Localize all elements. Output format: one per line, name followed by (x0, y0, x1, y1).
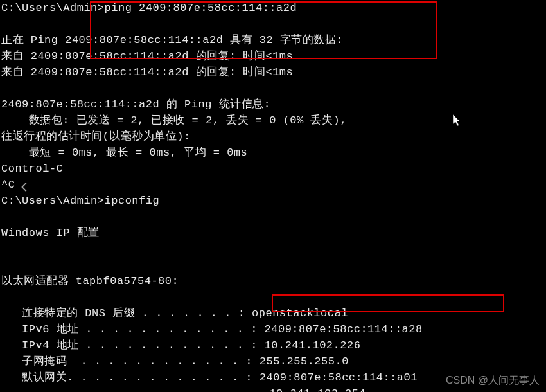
terminal-line-output: IPv6 地址 . . . . . . . . . . . . : 2409:8… (1, 321, 545, 337)
prompt-text: C:\Users\Admin> (1, 195, 105, 207)
terminal-line-output: 正在 Ping 2409:807e:58cc:114::a2d 具有 32 字节… (1, 32, 545, 48)
terminal-line-output: 子网掩码 . . . . . . . . . . . . : 255.255.2… (1, 353, 545, 370)
terminal-line-output: 以太网适配器 tapbf0a5754-80: (1, 273, 545, 289)
terminal-line-output: 最短 = 0ms, 最长 = 0ms, 平均 = 0ms (1, 145, 545, 161)
terminal-line-output (1, 241, 545, 257)
terminal-line-output: 来自 2409:807e:58cc:114::a2d 的回复: 时间<1ms (1, 48, 545, 64)
terminal-line-output: ^C (1, 177, 545, 193)
prompt-text: C:\Users\Admin> (1, 2, 105, 14)
terminal-line-output: 来自 2409:807e:58cc:114::a2d 的回复: 时间<1ms (1, 64, 545, 80)
terminal-line-output: Windows IP 配置 (1, 225, 545, 241)
terminal-line-output (1, 289, 545, 305)
terminal-line-output: 数据包: 已发送 = 2, 已接收 = 2, 丢失 = 0 (0% 丢失), (1, 112, 545, 129)
terminal-line-output (1, 257, 545, 273)
watermark-text: CSDN @人间无事人 (446, 372, 540, 388)
terminal-line-output (1, 16, 545, 32)
command-text: ipconfig (105, 195, 160, 207)
terminal-line-output: 2409:807e:58cc:114::a2d 的 Ping 统计信息: (1, 96, 545, 112)
terminal-line-output (1, 80, 545, 96)
terminal-line-prompt: C:\Users\Admin>ipconfig (1, 193, 545, 209)
terminal-line-output: IPv4 地址 . . . . . . . . . . . . : 10.241… (1, 337, 545, 353)
terminal-line-output (1, 209, 545, 225)
terminal-line-output: 往返行程的估计时间(以毫秒为单位): (1, 129, 545, 145)
terminal-line-output: 连接特定的 DNS 后缀 . . . . . . . : openstacklo… (1, 305, 545, 321)
command-text: ping 2409:807e:58cc:114::a2d (105, 2, 297, 14)
terminal-line-output: Control-C (1, 161, 545, 177)
terminal-line-prompt: C:\Users\Admin>ping 2409:807e:58cc:114::… (1, 0, 545, 16)
terminal-output[interactable]: C:\Users\Admin>ping 2409:807e:58cc:114::… (0, 0, 546, 392)
